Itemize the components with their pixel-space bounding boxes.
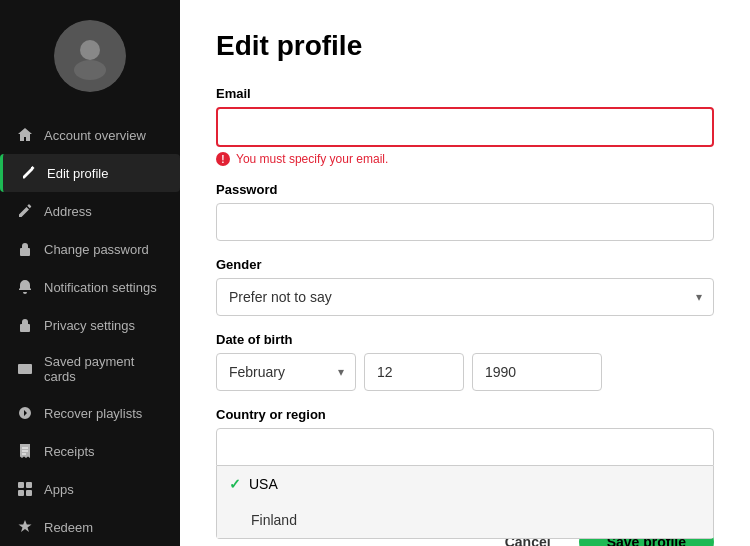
sidebar-item-change-password[interactable]: Change password xyxy=(0,230,180,268)
apps-icon xyxy=(16,480,34,498)
sidebar-item-label-privacy-settings: Privacy settings xyxy=(44,318,135,333)
error-icon: ! xyxy=(216,152,230,166)
receipt-icon xyxy=(16,442,34,460)
gender-select-wrapper: MaleFemaleNon-binaryOtherPrefer not to s… xyxy=(216,278,714,316)
dob-month-wrapper: February ▾ xyxy=(216,353,356,391)
password-label: Password xyxy=(216,182,714,197)
sidebar-item-notification-settings[interactable]: Notification settings xyxy=(0,268,180,306)
sidebar-item-account-overview[interactable]: Account overview xyxy=(0,116,180,154)
page-title: Edit profile xyxy=(216,30,714,62)
password-field[interactable] xyxy=(216,203,714,241)
dob-row: February ▾ xyxy=(216,353,714,391)
svg-point-0 xyxy=(80,40,100,60)
edit-icon xyxy=(19,164,37,182)
sidebar-item-label-address: Address xyxy=(44,204,92,219)
gender-select[interactable]: MaleFemaleNon-binaryOtherPrefer not to s… xyxy=(216,278,714,316)
redeem-icon xyxy=(16,518,34,536)
email-field[interactable] xyxy=(216,107,714,147)
svg-rect-9 xyxy=(26,490,32,496)
lock-icon xyxy=(16,240,34,258)
email-group: Email ! You must specify your email. xyxy=(216,86,714,166)
sidebar-item-label-apps: Apps xyxy=(44,482,74,497)
dropdown-label-usa: USA xyxy=(249,476,278,492)
bell-icon xyxy=(16,278,34,296)
svg-rect-5 xyxy=(18,367,32,369)
dob-group: Date of birth February ▾ xyxy=(216,332,714,391)
main-content: Edit profile Email ! You must specify yo… xyxy=(180,0,750,546)
sidebar-item-receipts[interactable]: Receipts xyxy=(0,432,180,470)
sidebar-item-label-account-overview: Account overview xyxy=(44,128,146,143)
sidebar-item-recover-playlists[interactable]: Recover playlists xyxy=(0,394,180,432)
sidebar-item-apps[interactable]: Apps xyxy=(0,470,180,508)
sidebar-item-address[interactable]: Address xyxy=(0,192,180,230)
dob-year-input[interactable] xyxy=(472,353,602,391)
dob-month-select[interactable]: February xyxy=(216,353,356,391)
sidebar-item-label-notification-settings: Notification settings xyxy=(44,280,157,295)
card-icon xyxy=(16,360,34,378)
sidebar-item-edit-profile[interactable]: Edit profile xyxy=(0,154,180,192)
sidebar-item-saved-payment-cards[interactable]: Saved payment cards xyxy=(0,344,180,394)
sidebar-item-label-change-password: Change password xyxy=(44,242,149,257)
dropdown-item-finland[interactable]: Finland xyxy=(217,502,713,538)
gender-label: Gender xyxy=(216,257,714,272)
sidebar-item-label-saved-payment-cards: Saved payment cards xyxy=(44,354,164,384)
dob-label: Date of birth xyxy=(216,332,714,347)
password-group: Password xyxy=(216,182,714,241)
email-error-text: You must specify your email. xyxy=(236,152,388,166)
check-icon-usa: ✓ xyxy=(229,476,241,492)
svg-rect-8 xyxy=(18,490,24,496)
sidebar: Account overviewEdit profileAddressChang… xyxy=(0,0,180,546)
sidebar-item-label-recover-playlists: Recover playlists xyxy=(44,406,142,421)
pencil-icon xyxy=(16,202,34,220)
country-input[interactable] xyxy=(216,428,714,466)
email-label: Email xyxy=(216,86,714,101)
country-group: Country or region ✓ USA Finland xyxy=(216,407,714,466)
dropdown-item-usa[interactable]: ✓ USA xyxy=(217,466,713,502)
home-icon xyxy=(16,126,34,144)
sidebar-item-label-edit-profile: Edit profile xyxy=(47,166,108,181)
sidebar-item-label-receipts: Receipts xyxy=(44,444,95,459)
svg-rect-3 xyxy=(20,324,30,332)
dropdown-label-finland: Finland xyxy=(251,512,297,528)
sidebar-item-privacy-settings[interactable]: Privacy settings xyxy=(0,306,180,344)
email-error-msg: ! You must specify your email. xyxy=(216,152,714,166)
gender-group: Gender MaleFemaleNon-binaryOtherPrefer n… xyxy=(216,257,714,316)
avatar xyxy=(54,20,126,92)
lock-icon2 xyxy=(16,316,34,334)
sidebar-item-redeem[interactable]: Redeem xyxy=(0,508,180,546)
recover-icon xyxy=(16,404,34,422)
country-dropdown: ✓ USA Finland xyxy=(216,466,714,539)
svg-point-1 xyxy=(74,60,106,80)
svg-rect-6 xyxy=(18,482,24,488)
svg-rect-2 xyxy=(20,248,30,256)
dob-day-input[interactable] xyxy=(364,353,464,391)
sidebar-item-label-redeem: Redeem xyxy=(44,520,93,535)
country-label: Country or region xyxy=(216,407,714,422)
svg-rect-7 xyxy=(26,482,32,488)
